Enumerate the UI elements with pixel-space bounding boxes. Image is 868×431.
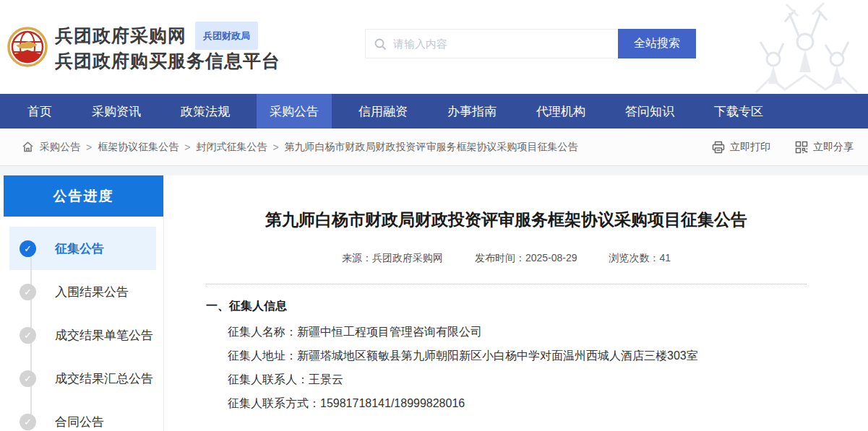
- crumb-closed-solicitation[interactable]: 封闭式征集公告: [196, 141, 267, 154]
- field-value: 15981718141/18999828016: [320, 397, 465, 409]
- nav-item-home[interactable]: 首页: [14, 94, 65, 129]
- home-icon[interactable]: [22, 141, 34, 153]
- crumb-separator: >: [184, 142, 190, 153]
- meta-views-value: 41: [659, 252, 671, 264]
- step-label: 成交结果汇总公告: [55, 370, 153, 387]
- nav-item-credit-financing[interactable]: 信用融资: [345, 94, 421, 129]
- site-title: 兵团政府采购网: [55, 25, 186, 47]
- share-label: 立即分享: [813, 141, 854, 154]
- field-solicitor-contact-phone: 征集人联系方式：15981718141/18999828016: [206, 398, 807, 409]
- print-button[interactable]: 立即打印: [712, 141, 770, 154]
- notice-progress-sidebar: 公告进度 ✓ 征集公告 ✓ 入围结果公告 ✓ 成交结果单笔公告 ✓ 成交结果汇总: [4, 175, 164, 431]
- brand-block[interactable]: 兵团政府采购网 兵团财政局 兵团政府购买服务信息平台: [7, 22, 280, 72]
- meta-source: 来源：兵团政府采购网: [342, 252, 443, 265]
- meta-source-label: 来源：: [342, 252, 372, 264]
- field-solicitor-name: 征集人名称：新疆中恒工程项目管理咨询有限公司: [206, 326, 807, 338]
- section-title-solicitor-info: 一、征集人信息: [206, 299, 807, 314]
- check-circle-icon: ✓: [20, 414, 36, 430]
- print-label: 立即打印: [730, 141, 770, 154]
- field-label: 征集人地址：: [228, 349, 297, 362]
- nav-item-procurement-notices[interactable]: 采购公告: [257, 94, 332, 129]
- step-label: 成交结果单笔公告: [55, 327, 153, 344]
- nav-item-procurement-news[interactable]: 采购资讯: [79, 94, 154, 129]
- main-nav: 首页 采购资讯 政策法规 采购公告 信用融资 办事指南 代理机构 答问知识 下载…: [0, 94, 868, 129]
- printer-icon: [712, 141, 725, 154]
- nav-item-qa-knowledge[interactable]: 答问知识: [612, 94, 687, 129]
- crumb-framework-agreement[interactable]: 框架协议征集公告: [98, 141, 179, 154]
- site-header: 兵团政府采购网 兵团财政局 兵团政府购买服务信息平台 全站搜索: [0, 0, 868, 94]
- article-title: 第九师白杨市财政局财政投资评审服务框架协议采购项目征集公告: [206, 209, 807, 230]
- step-label: 征集公告: [55, 240, 104, 257]
- field-value: 王景云: [309, 373, 343, 386]
- meta-publish-date: 发布时间：2025-08-29: [475, 252, 577, 265]
- crumb-separator: >: [86, 142, 92, 153]
- search-icon: [374, 38, 387, 51]
- nav-item-agencies[interactable]: 代理机构: [523, 94, 598, 129]
- field-label: 征集人联系方式：: [228, 397, 320, 409]
- nav-item-policies[interactable]: 政策法规: [168, 94, 243, 129]
- nav-item-downloads[interactable]: 下载专区: [701, 94, 776, 129]
- field-label: 征集人联系人：: [228, 373, 309, 386]
- step-label: 入围结果公告: [55, 284, 129, 300]
- meta-publish-label: 发布时间：: [475, 252, 525, 264]
- search-input-wrap: [365, 29, 618, 58]
- search-button[interactable]: 全站搜索: [618, 29, 696, 58]
- field-value: 新疆塔城地区额敏县第九师朝阳新区小白杨中学对面温州西城人酒店三楼303室: [297, 349, 698, 362]
- meta-view-count: 浏览次数：41: [609, 252, 671, 265]
- article-content: 第九师白杨市财政局财政投资评审服务框架协议采购项目征集公告 来源：兵团政府采购网…: [165, 175, 868, 431]
- field-label: 征集人名称：: [228, 326, 297, 338]
- check-circle-icon: ✓: [20, 284, 36, 300]
- sidebar-title: 公告进度: [4, 175, 163, 217]
- field-solicitor-address: 征集人地址：新疆塔城地区额敏县第九师朝阳新区小白杨中学对面温州西城人酒店三楼30…: [206, 350, 807, 362]
- brand-text: 兵团政府采购网 兵团财政局 兵团政府购买服务信息平台: [55, 22, 280, 72]
- authority-badge: 兵团财政局: [195, 22, 258, 50]
- meta-views-label: 浏览次数：: [609, 252, 659, 264]
- field-solicitor-contact-person: 征集人联系人：王景云: [206, 374, 807, 386]
- monument-watermark-icon: [742, 0, 868, 94]
- progress-steps: ✓ 征集公告 ✓ 入围结果公告 ✓ 成交结果单笔公告 ✓ 成交结果汇总公告 ✓: [4, 217, 163, 431]
- dotted-divider: [206, 284, 807, 284]
- check-circle-icon: ✓: [20, 370, 36, 387]
- main-area: 公告进度 ✓ 征集公告 ✓ 入围结果公告 ✓ 成交结果单笔公告 ✓ 成交结果汇总: [0, 175, 868, 431]
- check-circle-icon: ✓: [20, 327, 36, 344]
- crumb-procurement-notices[interactable]: 采购公告: [40, 141, 80, 154]
- page-strip-divider: [0, 166, 868, 175]
- meta-publish-value: 2025-08-29: [525, 252, 577, 264]
- search-input[interactable]: [366, 30, 618, 58]
- meta-source-value: 兵团政府采购网: [372, 252, 443, 264]
- page: 兵团政府采购网 兵团财政局 兵团政府购买服务信息平台 全站搜索 首页 采购资讯 …: [0, 0, 868, 431]
- crumb-separator: >: [272, 142, 278, 153]
- field-value: 新疆中恒工程项目管理咨询有限公司: [297, 326, 482, 338]
- check-circle-icon: ✓: [20, 240, 36, 257]
- breadcrumb: 采购公告 > 框架协议征集公告 > 封闭式征集公告 > 第九师白杨市财政局财政投…: [0, 129, 868, 166]
- site-search: 全站搜索: [365, 29, 696, 58]
- site-subtitle: 兵团政府购买服务信息平台: [55, 50, 280, 72]
- step-label: 合同公告: [55, 414, 104, 430]
- share-button[interactable]: 立即分享: [795, 141, 854, 154]
- qr-code-icon: [795, 141, 808, 154]
- crumb-current-page: 第九师白杨市财政局财政投资评审服务框架协议采购项目征集公告: [285, 141, 578, 154]
- nav-item-service-guide[interactable]: 办事指南: [434, 94, 510, 129]
- article-meta: 来源：兵团政府采购网 发布时间：2025-08-29 浏览次数：41: [206, 252, 807, 265]
- site-logo-icon: [7, 27, 48, 67]
- page-actions: 立即打印 立即分享: [712, 141, 854, 154]
